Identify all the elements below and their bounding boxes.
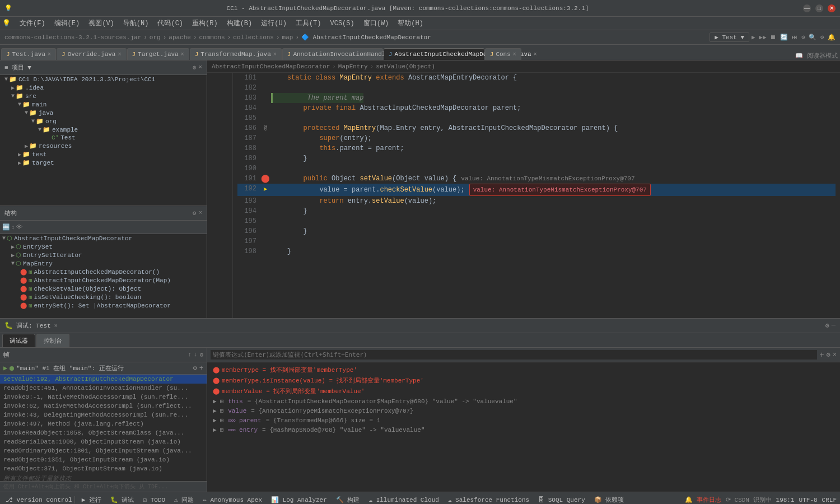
frame-item-1[interactable]: readObject:451, AnnotationInvocationHand… — [0, 384, 207, 393]
frame-item-0[interactable]: setValue:192, AbstractInputCheckedMapDec… — [0, 375, 207, 384]
expr-add-icon[interactable]: + — [819, 351, 824, 360]
var-parent[interactable]: ▶ ⊞ ∞∞ parent = {TransformedMap@666} siz… — [211, 416, 837, 425]
maximize-button[interactable]: □ — [815, 4, 823, 12]
frame-item-2[interactable]: invoke0:-1, NativeMethodAccessorImpl (su… — [0, 393, 207, 402]
tool-anonymous-apex[interactable]: ✏ Anonymous Apex — [200, 496, 264, 503]
tool-problems[interactable]: ⚠ 问题 — [172, 496, 196, 504]
menu-tools[interactable]: 工具(T) — [291, 17, 326, 29]
tool-vcs[interactable]: ⎇ Version Control — [3, 496, 75, 503]
tab-close-transformed[interactable]: × — [273, 52, 277, 58]
menu-navigate[interactable]: 导航(N) — [119, 17, 153, 29]
tab-target[interactable]: J Target.java × — [127, 48, 189, 60]
tree-item-idea[interactable]: ▶ 📁 .idea — [0, 83, 207, 92]
reader-mode-btn[interactable]: 📖 阅读器模式 — [795, 52, 838, 60]
thread-add-icon[interactable]: + — [199, 365, 203, 372]
tab-close-override[interactable]: × — [118, 52, 121, 58]
close-button[interactable]: ✕ — [828, 4, 836, 12]
tab-console[interactable]: 控制台 — [36, 334, 69, 347]
tab-close-test[interactable]: × — [48, 52, 51, 58]
tree-item-org[interactable]: ▼ 📁 org — [0, 117, 207, 125]
menu-refactor[interactable]: 重构(R) — [188, 17, 222, 29]
var-this[interactable]: ▶ ⊞ this = {AbstractInputCheckedMapDecor… — [211, 396, 837, 406]
thread-filter-icon[interactable]: ⚙ — [193, 364, 197, 372]
frame-item-6[interactable]: invokeReadObject:1058, ObjectStreamClass… — [0, 428, 207, 437]
menu-help[interactable]: 帮助(H) — [393, 17, 428, 29]
tool-run[interactable]: ▶ 运行 — [80, 496, 104, 504]
struct-item-checksetvalue[interactable]: ⬤ m checkSetValue(Object): Object — [0, 284, 207, 293]
status-line-ending[interactable]: CRLF — [822, 497, 837, 503]
struct-item-constructor2[interactable]: ⬤ m AbstractInputCheckedMapDecorator(Map… — [0, 276, 207, 284]
tree-item-src[interactable]: ▼ 📁 src — [0, 92, 207, 100]
struct-item-mapentry[interactable]: ▼ ⬡ MapEntry — [0, 259, 207, 268]
menu-code[interactable]: 代码(C) — [153, 17, 188, 29]
tab-transformed-map[interactable]: J TransformedMap.java × — [190, 48, 282, 60]
debug-breakpoint-191[interactable]: ⬤ — [261, 174, 270, 184]
tree-item-main[interactable]: ▼ 📁 main — [0, 100, 207, 109]
menu-file[interactable]: 文件(F) — [15, 17, 50, 29]
expression-input[interactable] — [211, 350, 817, 360]
frame-item-4[interactable]: invoke:43, DelegatingMethodAccessorImpl … — [0, 410, 207, 419]
tree-item-target-folder[interactable]: ▶ 📁 target — [0, 158, 207, 167]
status-notification[interactable]: 🔔 事件日志 — [685, 496, 721, 504]
menu-view[interactable]: 视图(V) — [84, 17, 119, 29]
thread-resume-icon[interactable]: ▶ — [3, 364, 7, 372]
struct-item-issetvalue[interactable]: ⬤ m isSetValueChecking(): boolean — [0, 293, 207, 301]
tool-debug[interactable]: 🐛 调试 — [108, 496, 137, 504]
debug-settings-icon[interactable]: ⚙ — [825, 321, 829, 330]
menu-build[interactable]: 构建(B) — [222, 17, 257, 29]
project-close-icon[interactable]: × — [198, 64, 202, 71]
tree-item-test-class[interactable]: ▶ C* Test — [0, 134, 207, 142]
struct-item-iterator[interactable]: ▶ ⬡ EntrySetIterator — [0, 251, 207, 259]
tree-item-cc1[interactable]: ▼ 📁 CC1 D:\JAVA\IDEA 2021.3.3\Project\CC… — [0, 75, 207, 83]
var-entry[interactable]: ▶ ⊞ ∞∞ entry = {HashMap$Node@708} "value… — [211, 425, 837, 435]
debug-minimize-icon[interactable]: — — [832, 321, 836, 330]
expr-settings-icon[interactable]: ⚙ — [827, 351, 830, 359]
frame-toolbar-btn1[interactable]: ↑ — [188, 351, 192, 358]
tool-salesforce[interactable]: ☁ Salesforce Functions — [446, 496, 531, 503]
tab-debugger[interactable]: 调试器 — [2, 334, 35, 347]
menu-vcs[interactable]: VCS(S) — [325, 18, 358, 29]
struct-item-constructor1[interactable]: ⬤ m AbstractInputCheckedMapDecorator() — [0, 268, 207, 276]
frame-item-8[interactable]: readOrdinaryObject:1801, ObjectInputStre… — [0, 446, 207, 455]
tool-illuminated-cloud[interactable]: ☁ Illuminated Cloud — [366, 496, 441, 503]
tree-item-test[interactable]: ▶ 📁 test — [0, 150, 207, 158]
tool-deps[interactable]: 📦 依赖项 — [592, 496, 627, 504]
struct-item-entryset[interactable]: ▶ ⬡ EntrySet — [0, 242, 207, 251]
structure-close[interactable]: × — [198, 209, 202, 217]
frame-item-7[interactable]: readSerialData:1900, ObjectInputStream (… — [0, 437, 207, 446]
minimize-button[interactable]: — — [803, 4, 811, 12]
visibility-icon[interactable]: 👁 — [16, 223, 22, 231]
var-value[interactable]: ▶ ⊞ value = {AnnotationTypeMismatchExcep… — [211, 406, 837, 416]
status-update[interactable]: ⟳ CSDN 识别中 — [726, 496, 772, 504]
tab-close-cons[interactable]: × — [513, 52, 516, 58]
breadcrumb-class[interactable]: AbstractInputCheckedMapDecorator — [212, 63, 330, 70]
frame-item-9[interactable]: readObject0:1351, ObjectInputStream (jav… — [0, 455, 207, 464]
tool-soql[interactable]: 🗄 SOQL Query — [536, 496, 587, 503]
menu-window[interactable]: 窗口(W) — [359, 17, 394, 29]
sort-alpha-icon[interactable]: 🔤 — [2, 223, 10, 231]
frame-item-3[interactable]: invoke:62, NativeMethodAccessorImpl (sun… — [0, 402, 207, 410]
tab-abstract-input[interactable]: J AbstractInputCheckedMapDecorator.java … — [384, 48, 484, 60]
struct-item-class[interactable]: ▼ ⬡ AbstractInputCheckedMapDecorator — [0, 234, 207, 242]
tree-item-java[interactable]: ▼ 📁 java — [0, 109, 207, 117]
tool-build[interactable]: 🔨 构建 — [334, 496, 362, 504]
frame-toolbar-btn3[interactable]: ⚙ — [199, 351, 203, 358]
tool-log-analyzer[interactable]: 📊 Log Analyzer — [269, 496, 329, 503]
frame-toolbar-btn2[interactable]: ↓ — [194, 351, 198, 358]
tool-todo[interactable]: ☑ TODO — [141, 496, 167, 503]
breadcrumb-inner-class[interactable]: MapEntry — [338, 63, 368, 70]
tree-item-resources[interactable]: ▶ 📁 resources — [0, 142, 207, 150]
menu-edit[interactable]: 编辑(E) — [50, 17, 85, 29]
tab-override[interactable]: J Override.java × — [57, 48, 126, 60]
frame-item-10[interactable]: readObject:371, ObjectInputStream (java.… — [0, 464, 207, 473]
struct-item-entryset-method[interactable]: ⬤ m entrySet(): Set |AbstractMapDecorato… — [0, 301, 207, 310]
code-lines[interactable]: 181 static class MapEntry extends Abstra… — [233, 73, 840, 318]
sort-type-icon[interactable]: ↕ — [11, 224, 15, 231]
project-settings-icon[interactable]: ⚙ — [193, 64, 197, 71]
expr-close-icon[interactable]: × — [833, 351, 837, 359]
status-encoding[interactable]: UTF-8 — [799, 497, 818, 503]
debug-tab-close[interactable]: × — [54, 323, 58, 329]
tab-annotation-handler[interactable]: J AnnotationInvocationHandler.java × — [282, 48, 383, 60]
breadcrumb-method[interactable]: setValue(Object) — [376, 63, 435, 70]
tab-test[interactable]: J Test.java × — [1, 48, 56, 60]
